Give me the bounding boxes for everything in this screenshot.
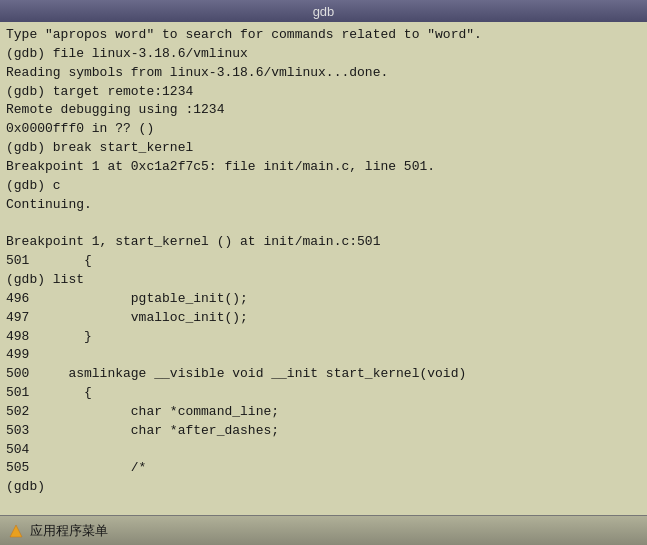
svg-marker-0 (10, 525, 22, 537)
terminal-line: 497 vmalloc_init(); (6, 309, 641, 328)
terminal-line: 499 (6, 346, 641, 365)
terminal-line: Remote debugging using :1234 (6, 101, 641, 120)
terminal-line: 498 } (6, 328, 641, 347)
taskbar[interactable]: 应用程序菜单 (0, 515, 647, 545)
terminal-line: (gdb) break start_kernel (6, 139, 641, 158)
terminal-line: (gdb) target remote:1234 (6, 83, 641, 102)
window-title: gdb (313, 4, 335, 19)
terminal-line: (gdb) file linux-3.18.6/vmlinux (6, 45, 641, 64)
terminal-line: 501 { (6, 252, 641, 271)
taskbar-label[interactable]: 应用程序菜单 (30, 522, 108, 540)
terminal-line: 500 asmlinkage __visible void __init sta… (6, 365, 641, 384)
terminal-line: (gdb) c (6, 177, 641, 196)
terminal-line: 504 (6, 441, 641, 460)
terminal-line: 503 char *after_dashes; (6, 422, 641, 441)
terminal-line: 501 { (6, 384, 641, 403)
terminal-line: Reading symbols from linux-3.18.6/vmlinu… (6, 64, 641, 83)
terminal-line: 505 /* (6, 459, 641, 478)
terminal-line: Type "apropos word" to search for comman… (6, 26, 641, 45)
terminal-line: 496 pgtable_init(); (6, 290, 641, 309)
terminal-line: Continuing. (6, 196, 641, 215)
terminal-line: Breakpoint 1, start_kernel () at init/ma… (6, 233, 641, 252)
taskbar-icon (8, 523, 24, 539)
terminal-line: (gdb) list (6, 271, 641, 290)
terminal-line: (gdb) (6, 478, 641, 497)
terminal-line: 502 char *command_line; (6, 403, 641, 422)
terminal-output: Type "apropos word" to search for comman… (0, 22, 647, 515)
terminal-line: Breakpoint 1 at 0xc1a2f7c5: file init/ma… (6, 158, 641, 177)
title-bar: gdb (0, 0, 647, 22)
terminal-line: 0x0000fff0 in ?? () (6, 120, 641, 139)
terminal-line (6, 214, 641, 233)
